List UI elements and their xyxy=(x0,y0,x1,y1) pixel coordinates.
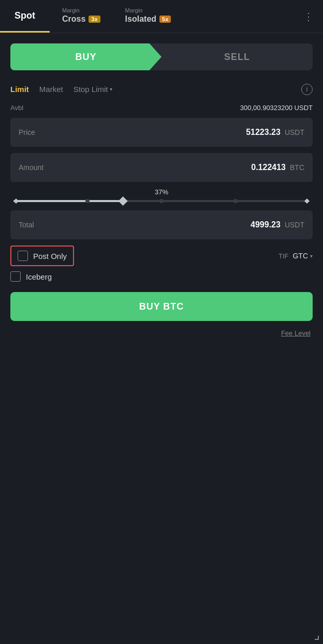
tab-margin-cross[interactable]: Margin Cross 3x xyxy=(50,0,113,33)
slider-container: 37% xyxy=(10,188,313,202)
spot-label: Spot xyxy=(14,10,35,21)
fee-level-link[interactable]: Fee Level xyxy=(281,329,311,337)
tif-dropdown[interactable]: GTC ▾ xyxy=(292,252,313,260)
slider-fill xyxy=(13,200,123,202)
amount-field[interactable]: Amount 0.122413 BTC xyxy=(10,153,313,182)
total-unit: USDT xyxy=(285,221,304,229)
sell-label: SELL xyxy=(224,52,250,63)
avbl-label: Avbl xyxy=(10,104,23,112)
iceberg-row[interactable]: Iceberg xyxy=(10,271,313,282)
available-balance-row: Avbl 300,00.90323200 USDT xyxy=(10,104,313,112)
slider-tick-50 xyxy=(159,199,164,203)
info-icon: i xyxy=(306,85,308,93)
tif-label: TIF xyxy=(278,252,289,260)
total-label: Total xyxy=(19,221,34,229)
amount-value: 0.122413 xyxy=(251,163,286,172)
margin-cross-text: Cross xyxy=(62,14,85,24)
slider-track[interactable] xyxy=(13,200,310,202)
amount-label: Amount xyxy=(19,163,43,172)
order-type-stop-limit[interactable]: Stop Limit ▾ xyxy=(74,85,113,94)
buy-button[interactable]: BUY xyxy=(10,43,162,70)
tab-spot[interactable]: Spot xyxy=(0,0,50,33)
buy-btc-button[interactable]: BUY BTC xyxy=(10,292,313,321)
margin-isolated-label: Isolated 5x xyxy=(125,14,171,24)
total-field[interactable]: Total 4999.23 USDT xyxy=(10,210,313,239)
total-value: 4999.23 xyxy=(251,220,281,229)
price-label: Price xyxy=(19,128,35,136)
post-only-container[interactable]: Post Only xyxy=(10,246,74,266)
margin-cross-label: Cross 3x xyxy=(62,14,100,24)
limit-label: Limit xyxy=(10,85,29,94)
chevron-down-icon: ▾ xyxy=(110,86,112,92)
total-value-row: 4999.23 USDT xyxy=(251,220,304,229)
amount-unit: BTC xyxy=(290,163,304,172)
iceberg-checkbox[interactable] xyxy=(10,271,21,282)
fee-level-row: Fee Level xyxy=(10,329,313,337)
margin-isolated-text: Isolated xyxy=(125,14,156,24)
info-button[interactable]: i xyxy=(301,84,313,95)
more-menu-button[interactable]: ⋮ xyxy=(295,0,323,33)
post-only-label: Post Only xyxy=(33,252,67,260)
buy-label: BUY xyxy=(75,52,96,63)
price-value: 51223.23 xyxy=(246,128,281,137)
slider-percent: 37% xyxy=(10,188,313,196)
order-type-limit[interactable]: Limit xyxy=(10,83,29,96)
stop-limit-label: Stop Limit xyxy=(74,85,108,94)
margin-cross-badge: 3x xyxy=(89,16,100,23)
corner-marker xyxy=(315,636,319,640)
main-content: BUY SELL Limit Market Stop Limit ▾ i Avb… xyxy=(0,33,323,347)
tif-value: GTC xyxy=(292,252,308,260)
iceberg-label: Iceberg xyxy=(26,272,52,281)
margin-cross-sublabel: Margin xyxy=(62,7,100,13)
sell-button[interactable]: SELL xyxy=(162,43,313,70)
post-only-checkbox[interactable] xyxy=(18,251,28,261)
amount-value-row: 0.122413 BTC xyxy=(251,163,304,172)
market-label: Market xyxy=(39,85,63,94)
order-type-row: Limit Market Stop Limit ▾ i xyxy=(10,83,313,96)
order-type-market[interactable]: Market xyxy=(39,83,63,96)
price-field[interactable]: Price 51223.23 USDT xyxy=(10,118,313,147)
buy-sell-toggle: BUY SELL xyxy=(10,43,313,70)
slider-end-diamond xyxy=(304,198,310,204)
slider-tick-75 xyxy=(233,199,238,203)
margin-isolated-sublabel: Margin xyxy=(125,7,171,13)
slider-thumb[interactable] xyxy=(119,196,128,206)
options-row: Post Only TIF GTC ▾ xyxy=(10,246,313,266)
avbl-value: 300,00.90323200 USDT xyxy=(240,104,313,112)
tif-row: TIF GTC ▾ xyxy=(278,252,313,260)
tab-margin-isolated[interactable]: Margin Isolated 5x xyxy=(113,0,184,33)
margin-isolated-badge: 5x xyxy=(159,16,171,23)
price-unit: USDT xyxy=(285,128,304,136)
top-nav: Spot Margin Cross 3x Margin Isolated 5x … xyxy=(0,0,323,33)
tif-chevron-down-icon: ▾ xyxy=(310,253,313,259)
slider-tick-25 xyxy=(85,199,90,203)
price-value-row: 51223.23 USDT xyxy=(246,128,304,137)
